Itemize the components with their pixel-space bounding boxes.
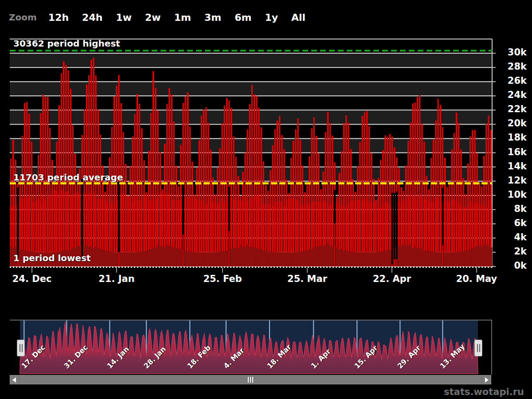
- scrollbar[interactable]: [10, 375, 491, 384]
- y-axis-label-26k: 26k: [500, 75, 527, 86]
- y-axis-label-20k: 20k: [500, 118, 527, 129]
- scrollbar-left-button[interactable]: [10, 376, 20, 384]
- x-axis-label: 22. Apr: [373, 274, 411, 284]
- stats-chart-page: Zoom 12h24h1w2w1m3m6m1yAll 30362 period …: [0, 0, 532, 399]
- y-axis-label-18k: 18k: [500, 132, 527, 143]
- y-axis-label-16k: 16k: [500, 147, 527, 157]
- y-axis-label-14k: 14k: [500, 161, 527, 172]
- y-axis-label-30k: 30k: [500, 47, 527, 58]
- highest-plotline-label: 30362 period highest: [13, 38, 120, 49]
- y-axis-label-8k: 8k: [500, 203, 527, 214]
- x-axis-label: 20. May: [456, 274, 497, 284]
- y-axis-label-24k: 24k: [500, 90, 527, 100]
- y-axis-label-2k: 2k: [500, 246, 527, 257]
- navigator-left-handle[interactable]: [17, 340, 25, 356]
- average-plotline-label: 11703 period average: [13, 172, 123, 183]
- watermark: stats.wotapi.ru: [444, 387, 524, 397]
- y-axis-label-0k: 0k: [500, 260, 527, 271]
- y-axis-label-22k: 22k: [500, 104, 527, 114]
- x-axis-label: 21. Jan: [98, 274, 134, 284]
- y-axis-label-10k: 10k: [500, 189, 527, 200]
- arrow-left-icon: [12, 377, 16, 383]
- x-axis-label: 25. Feb: [203, 274, 242, 284]
- x-axis-label: 25. Mar: [287, 274, 327, 284]
- y-axis-label-6k: 6k: [500, 218, 527, 228]
- navigator-right-handle[interactable]: [474, 340, 482, 356]
- y-axis-label-4k: 4k: [500, 232, 527, 243]
- lowest-plotline-label: 1 period lowest: [13, 253, 91, 263]
- y-axis-label-28k: 28k: [500, 61, 527, 72]
- scrollbar-right-button[interactable]: [481, 376, 491, 384]
- x-axis-label: 24. Dec: [12, 274, 52, 284]
- y-axis-label-12k: 12k: [500, 175, 527, 186]
- scrollbar-grip-icon[interactable]: [248, 377, 253, 383]
- arrow-right-icon: [485, 377, 489, 383]
